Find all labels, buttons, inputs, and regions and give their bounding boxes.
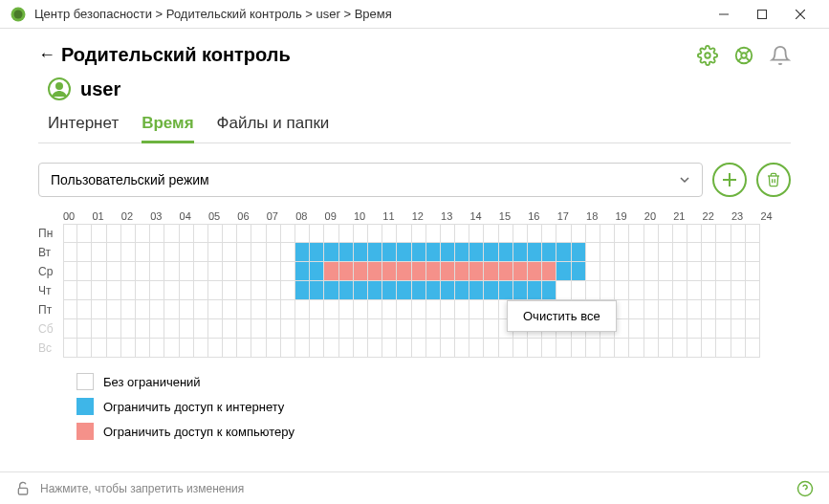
schedule-cell[interactable] (426, 319, 441, 339)
schedule-cell[interactable] (469, 281, 484, 300)
schedule-cell[interactable] (107, 224, 121, 243)
schedule-cell[interactable] (194, 281, 208, 300)
schedule-cell[interactable] (702, 224, 716, 243)
schedule-cell[interactable] (295, 262, 310, 281)
schedule-cell[interactable] (716, 262, 731, 281)
schedule-cell[interactable] (324, 339, 338, 358)
schedule-cell[interactable] (499, 243, 513, 262)
schedule-cell[interactable] (354, 319, 368, 339)
schedule-cell[interactable] (629, 262, 644, 281)
schedule-cell[interactable] (368, 339, 382, 358)
schedule-cell[interactable] (659, 319, 673, 339)
schedule-cell[interactable] (412, 262, 426, 281)
schedule-cell[interactable] (295, 300, 310, 319)
schedule-cell[interactable] (746, 243, 760, 262)
schedule-cell[interactable] (716, 300, 731, 319)
schedule-cell[interactable] (223, 262, 237, 281)
schedule-cell[interactable] (310, 319, 324, 339)
schedule-cell[interactable] (150, 262, 164, 281)
schedule-cell[interactable] (426, 300, 441, 319)
schedule-cell[interactable] (107, 262, 121, 281)
schedule-cell[interactable] (731, 262, 746, 281)
schedule-cell[interactable] (324, 281, 338, 300)
schedule-cell[interactable] (469, 300, 484, 319)
schedule-cell[interactable] (556, 281, 571, 300)
schedule-cell[interactable] (223, 339, 237, 358)
schedule-cell[interactable] (484, 339, 498, 358)
schedule-cell[interactable] (455, 281, 469, 300)
schedule-cell[interactable] (121, 262, 136, 281)
schedule-cell[interactable] (63, 281, 77, 300)
schedule-cell[interactable] (237, 319, 251, 339)
schedule-cell[interactable] (615, 224, 629, 243)
close-button[interactable] (781, 1, 819, 28)
schedule-cell[interactable] (237, 339, 251, 358)
schedule-cell[interactable] (180, 281, 194, 300)
schedule-cell[interactable] (339, 224, 354, 243)
schedule-cell[interactable] (731, 319, 746, 339)
schedule-cell[interactable] (223, 224, 237, 243)
schedule-cell[interactable] (615, 339, 629, 358)
schedule-cell[interactable] (92, 224, 106, 243)
schedule-cell[interactable] (194, 262, 208, 281)
schedule-cell[interactable] (164, 262, 179, 281)
schedule-cell[interactable] (251, 281, 266, 300)
schedule-cell[interactable] (310, 243, 324, 262)
schedule-cell[interactable] (208, 243, 223, 262)
schedule-cell[interactable] (687, 300, 702, 319)
schedule-cell[interactable] (615, 262, 629, 281)
schedule-cell[interactable] (136, 319, 150, 339)
schedule-cell[interactable] (397, 224, 411, 243)
schedule-cell[interactable] (586, 224, 600, 243)
tab-internet[interactable]: Интернет (48, 108, 119, 142)
schedule-cell[interactable] (644, 281, 659, 300)
delete-button[interactable] (756, 163, 791, 197)
schedule-cell[interactable] (267, 243, 281, 262)
schedule-cell[interactable] (397, 339, 411, 358)
schedule-cell[interactable] (339, 281, 354, 300)
schedule-cell[interactable] (629, 224, 644, 243)
schedule-cell[interactable] (615, 243, 629, 262)
schedule-cell[interactable] (441, 243, 455, 262)
schedule-cell[interactable] (687, 243, 702, 262)
schedule-cell[interactable] (687, 262, 702, 281)
schedule-cell[interactable] (659, 224, 673, 243)
schedule-cell[interactable] (716, 243, 731, 262)
schedule-cell[interactable] (687, 319, 702, 339)
schedule-cell[interactable] (382, 243, 397, 262)
schedule-cell[interactable] (136, 224, 150, 243)
schedule-cell[interactable] (397, 262, 411, 281)
schedule-cell[interactable] (499, 224, 513, 243)
schedule-cell[interactable] (586, 262, 600, 281)
schedule-cell[interactable] (107, 339, 121, 358)
mode-select[interactable]: Пользовательский режим (38, 163, 703, 197)
schedule-cell[interactable] (556, 262, 571, 281)
schedule-cell[interactable] (644, 262, 659, 281)
schedule-cell[interactable] (746, 224, 760, 243)
schedule-cell[interactable] (499, 262, 513, 281)
schedule-cell[interactable] (426, 281, 441, 300)
schedule-cell[interactable] (324, 243, 338, 262)
schedule-cell[interactable] (484, 300, 498, 319)
schedule-cell[interactable] (716, 339, 731, 358)
schedule-cell[interactable] (267, 339, 281, 358)
schedule-cell[interactable] (572, 281, 586, 300)
schedule-cell[interactable] (107, 281, 121, 300)
schedule-cell[interactable] (339, 243, 354, 262)
schedule-cell[interactable] (121, 243, 136, 262)
schedule-cell[interactable] (687, 281, 702, 300)
schedule-cell[interactable] (295, 224, 310, 243)
schedule-cell[interactable] (426, 224, 441, 243)
schedule-cell[interactable] (121, 300, 136, 319)
schedule-cell[interactable] (180, 300, 194, 319)
schedule-cell[interactable] (208, 300, 223, 319)
minimize-button[interactable] (705, 1, 743, 28)
schedule-cell[interactable] (716, 224, 731, 243)
schedule-cell[interactable] (441, 281, 455, 300)
schedule-cell[interactable] (237, 224, 251, 243)
schedule-cell[interactable] (339, 300, 354, 319)
schedule-cell[interactable] (542, 339, 556, 358)
schedule-cell[interactable] (180, 319, 194, 339)
schedule-cell[interactable] (354, 300, 368, 319)
schedule-cell[interactable] (455, 319, 469, 339)
